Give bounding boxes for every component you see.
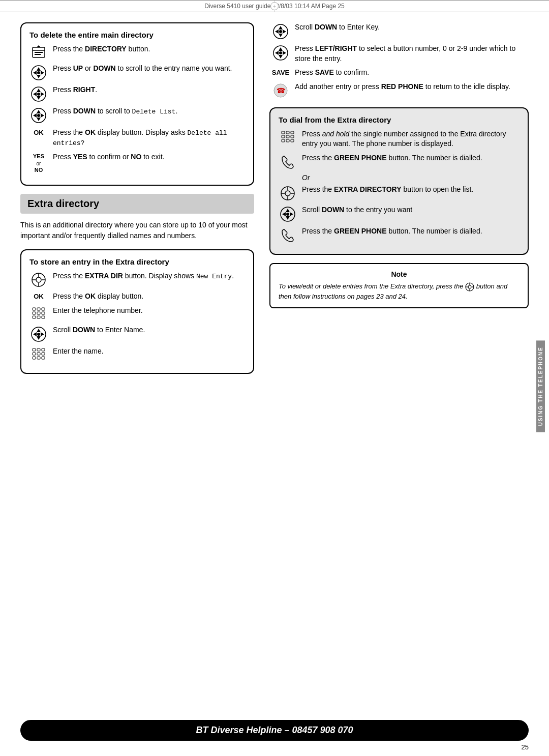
svg-marker-40 [37, 336, 41, 340]
svg-rect-36 [37, 316, 40, 318]
store-instr-3-text: Enter the telephone number. [53, 306, 245, 316]
dial-instr-5: Press the GREEN PHONE button. The number… [279, 226, 520, 243]
svg-rect-29 [33, 308, 36, 310]
right-store-instr-3-text: Press SAVE to confirm. [295, 68, 529, 78]
right-store-instr-2-text: Press LEFT/RIGHT to select a button numb… [295, 44, 529, 64]
extra-dir-icon-1 [29, 271, 48, 287]
nav-icon-2 [29, 85, 48, 102]
svg-rect-74 [286, 139, 289, 142]
store-instr-1-text: Press the EXTRA DIR button. Display show… [53, 271, 245, 281]
keypad-icon-1 [29, 306, 48, 321]
svg-marker-4 [37, 45, 41, 47]
dial-instr-4-text: Scroll DOWN to the entry you want [302, 205, 520, 215]
nav-icon-3 [29, 106, 48, 124]
svg-rect-37 [42, 316, 45, 318]
store-instr-5: Enter the name. [29, 346, 245, 362]
svg-rect-35 [33, 316, 36, 318]
svg-point-89 [468, 285, 471, 288]
store-instr-2: OK Press the OK display button. [29, 292, 245, 302]
delete-instr-5-text: Press the OK display button. Display ask… [53, 128, 245, 148]
right-store-instr-3: SAVE Press SAVE to confirm. [271, 68, 529, 78]
right-store-instr-1: Scroll DOWN to Enter Key. [271, 22, 529, 40]
svg-rect-31 [42, 308, 45, 310]
svg-rect-46 [42, 348, 45, 351]
main-content: To delete the entire main directory [0, 12, 549, 392]
svg-rect-33 [37, 312, 40, 314]
svg-rect-71 [286, 135, 289, 138]
nav-icon-r1 [271, 22, 290, 40]
svg-marker-56 [275, 30, 279, 34]
delete-instr-2: Press UP or DOWN to scroll to the entry … [29, 64, 245, 81]
header-bar: Diverse 5410 user guide 22/8/03 10:14 AM… [0, 0, 549, 12]
svg-rect-45 [37, 348, 40, 351]
svg-marker-8 [33, 71, 37, 75]
dial-box-title: To dial from the Extra directory [279, 115, 520, 124]
svg-point-64 [279, 51, 282, 54]
store-instr-4: Scroll DOWN to Enter Name. [29, 325, 245, 342]
nav-icon-d4 [279, 205, 297, 222]
extra-directory-description: This is an additional directory where yo… [20, 220, 254, 241]
note-box: Note To view/edit or delete entries from… [269, 263, 529, 308]
svg-marker-63 [283, 51, 286, 55]
right-store-instr-1-text: Scroll DOWN to Enter Key. [295, 22, 529, 33]
svg-marker-12 [37, 89, 41, 92]
svg-rect-47 [33, 353, 36, 355]
svg-rect-32 [33, 312, 36, 314]
svg-rect-44 [33, 348, 36, 351]
svg-marker-14 [33, 92, 37, 96]
store-instr-5-text: Enter the name. [53, 346, 245, 357]
store-entry-box: To store an entry in the Extra directory [20, 249, 254, 374]
delete-instr-1-text: Press the DIRECTORY button. [53, 44, 245, 54]
svg-rect-3 [35, 54, 41, 55]
red-phone-icon: ☎ [271, 82, 290, 98]
delete-instr-1: Press the DIRECTORY button. [29, 44, 245, 60]
svg-rect-67 [282, 131, 285, 134]
svg-marker-19 [37, 118, 41, 121]
page-container: Diverse 5410 user guide 22/8/03 10:14 AM… [0, 0, 549, 756]
nav-icon-r2 [271, 44, 290, 61]
svg-point-22 [37, 114, 40, 117]
svg-point-87 [286, 213, 289, 216]
dial-instr-1-text: Press and hold the single number assigne… [302, 129, 520, 149]
dial-instr-3: Press the EXTRA DIRECTORY button to open… [279, 185, 520, 201]
footer-bar: BT Diverse Helpline – 08457 908 070 [20, 720, 529, 741]
svg-rect-70 [282, 135, 285, 138]
ok-label-icon: OK [29, 128, 48, 136]
dial-instr-5-text: Press the GREEN PHONE button. The number… [302, 226, 520, 237]
delete-instr-4-text: Press DOWN to scroll to Delete List. [53, 106, 245, 117]
svg-rect-30 [37, 308, 40, 310]
svg-marker-84 [286, 216, 290, 220]
delete-main-directory-box: To delete the entire main directory [20, 22, 254, 186]
svg-marker-15 [41, 92, 44, 96]
svg-marker-85 [282, 212, 286, 216]
extra-directory-section: Extra directory This is an additional di… [20, 194, 254, 374]
store-instr-3: Enter the telephone number. [29, 306, 245, 321]
svg-rect-52 [42, 357, 45, 359]
keypad-icon-2 [29, 346, 48, 362]
delete-instr-4: Press DOWN to scroll to Delete List. [29, 106, 245, 124]
note-title: Note [279, 270, 520, 278]
svg-marker-42 [41, 332, 44, 336]
delete-instr-6: YESorNO Press YES to confirm or NO to ex… [29, 152, 245, 173]
svg-point-10 [37, 71, 40, 74]
right-column: Scroll DOWN to Enter Key. [264, 22, 529, 382]
svg-rect-51 [37, 357, 40, 359]
svg-marker-21 [41, 113, 44, 118]
svg-point-16 [37, 93, 40, 96]
svg-marker-41 [33, 332, 37, 336]
svg-marker-39 [37, 329, 41, 332]
delete-box-title: To delete the entire main directory [29, 31, 245, 39]
right-store-instr-4-text: Add another entry or press RED PHONE to … [295, 82, 529, 92]
dial-instr-2-text: Press the GREEN PHONE button. The number… [302, 153, 520, 163]
dial-instr-4: Scroll DOWN to the entry you want [279, 205, 520, 222]
note-text: To view/edit or delete entries from the … [279, 281, 520, 301]
left-column: To delete the entire main directory [20, 22, 254, 382]
green-phone-icon-1 [279, 153, 297, 169]
dir-icon [29, 44, 48, 60]
svg-marker-83 [286, 209, 290, 212]
svg-marker-6 [37, 67, 41, 71]
svg-marker-61 [279, 55, 283, 59]
svg-text:☎: ☎ [277, 86, 285, 95]
delete-instr-5: OK Press the OK display button. Display … [29, 128, 245, 148]
svg-rect-50 [33, 357, 36, 359]
